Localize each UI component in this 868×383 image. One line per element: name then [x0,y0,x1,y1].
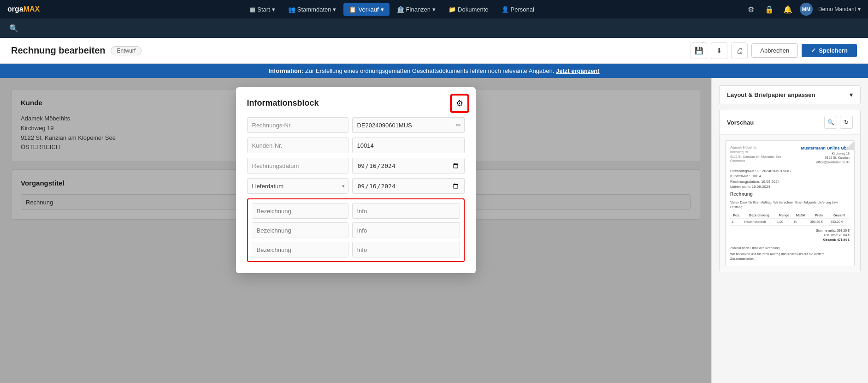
informationsblock-modal: Informationsblock ⚙ ✏ [236,87,476,273]
rechnungs-nr-value-cell: ✏ [352,117,465,133]
nav-start[interactable]: ▦ Start ▾ [244,3,280,16]
preview-actions: 🔍 ↻ [824,116,853,129]
rechnungs-nr-value-input[interactable] [352,117,465,133]
right-panel: Layout & Briefpapier anpassen ▾ Vorschau… [711,78,868,383]
lieferdatum-label-cell: Lieferdatum ▾ [247,178,348,194]
main-layout: Kunde Adamek Möbelhits Kirchweg 19 9122 … [0,78,868,383]
demo-mandant-chevron-icon: ▾ [858,6,861,12]
brand-logo: orga MAX [7,5,40,13]
custom-info-input-1[interactable] [352,203,460,219]
kunden-nr-label-input[interactable] [247,138,348,153]
rechnungsdatum-label-input[interactable] [247,158,348,174]
nav-finanzen[interactable]: 🏦 Finanzen ▾ [391,3,441,16]
nav-personal[interactable]: 👤 Personal [496,3,540,16]
custom-info-input-2[interactable] [352,222,460,238]
stammdaten-chevron-icon: ▾ [333,6,336,13]
custom-fields-section [247,198,465,262]
nav-stammdaten[interactable]: 👥 Stammdaten ▾ [283,3,342,16]
download-icon: ⬇ [716,47,722,55]
page-title-area: Rechnung bearbeiten Entwurf [11,45,142,56]
custom-info-cell-2 [352,222,460,238]
custom-info-cell-1 [352,203,460,219]
mini-doc: Adamek MöbelhitsKirchweg 199122 St. Kanz… [725,140,855,266]
download-button[interactable]: ⬇ [711,42,727,59]
custom-bezeichnung-input-3[interactable] [252,242,348,257]
custom-bezeichnung-input-1[interactable] [252,203,348,219]
cancel-button[interactable]: Abbrechen [751,43,798,58]
preview-header: Vorschau 🔍 ↻ [720,110,860,135]
preview-title: Vorschau [727,119,754,126]
preview-refresh-button[interactable]: ↻ [840,116,853,129]
kunden-nr-label-cell [247,138,348,153]
info-banner-link[interactable]: Jetzt ergänzen! [556,67,600,74]
stammdaten-icon: 👥 [288,6,295,13]
lieferdatum-label-select[interactable]: Lieferdatum [247,178,348,194]
save-file-icon: 💾 [695,47,703,55]
zoom-icon: 🔍 [827,119,834,126]
kunden-nr-value-cell [352,138,465,153]
save-file-button[interactable]: 💾 [691,42,707,59]
left-panel: Kunde Adamek Möbelhits Kirchweg 19 9122 … [0,78,711,383]
custom-field-row-3 [252,242,460,257]
settings-icon[interactable]: ⚙ [744,3,757,16]
navbar: orga MAX ▦ Start ▾ 👥 Stammdaten ▾ 📋 Verk… [0,0,868,18]
mini-table-row: 1.Haselnussfisch1,00H.393,20 €393,20 € [730,219,850,226]
rechnungs-nr-label-input[interactable] [247,117,348,133]
rechnungs-nr-edit-icon[interactable]: ✏ [456,122,461,129]
search-bar: 🔍 [0,18,868,38]
lieferdatum-input[interactable] [352,178,465,194]
nav-verkauf[interactable]: 📋 Verkauf ▾ [343,3,389,16]
start-icon: ▦ [250,6,255,13]
start-chevron-icon: ▾ [272,6,275,13]
rechnungsdatum-row [247,158,465,174]
preview-content: Adamek MöbelhitsKirchweg 199122 St. Kanz… [720,135,860,272]
modal-gear-button[interactable]: ⚙ [451,95,468,112]
custom-bezeichnung-cell-2 [252,222,348,238]
personal-icon: 👤 [502,6,509,13]
mini-preview-table: Pos.BezeichnungMengeMaßktPreisGesamt 1.H… [730,212,850,226]
verkauf-chevron-icon: ▾ [381,6,384,13]
rechnungsdatum-label-cell [247,158,348,174]
page-title: Rechnung bearbeiten [11,45,105,56]
header-actions: 💾 ⬇ 🖨 Abbrechen ✓ Speichern [691,42,857,59]
bell-icon[interactable]: 🔔 [781,3,794,16]
refresh-icon: ↻ [844,119,849,126]
verkauf-icon: 📋 [349,6,356,13]
main-nav: ▦ Start ▾ 👥 Stammdaten ▾ 📋 Verkauf ▾ 🏦 F… [244,3,540,16]
avatar[interactable]: MM [800,3,813,16]
custom-field-row-2 [252,222,460,238]
lieferdatum-row: Lieferdatum ▾ [247,178,465,194]
preview-section: Vorschau 🔍 ↻ Adamek MöbelhitsKir [719,110,861,272]
kunden-nr-value-input[interactable] [352,138,465,153]
brand-orga: orga [7,5,24,13]
print-button[interactable]: 🖨 [731,42,748,59]
custom-bezeichnung-cell-3 [252,242,348,257]
dokumente-icon: 📁 [449,6,456,13]
rechnungsdatum-input[interactable] [352,158,465,174]
finanzen-icon: 🏦 [397,6,404,13]
custom-info-input-3[interactable] [352,242,460,257]
custom-bezeichnung-input-2[interactable] [252,222,348,238]
demo-mandant[interactable]: Demo Mandant ▾ [818,6,861,12]
save-button[interactable]: ✓ Speichern [802,44,857,57]
custom-bezeichnung-cell-1 [252,203,348,219]
mini-doc-title: Rechnung [730,191,850,197]
lock-icon[interactable]: 🔒 [763,3,776,16]
layout-section: Layout & Briefpapier anpassen ▾ [719,85,861,104]
layout-section-header[interactable]: Layout & Briefpapier anpassen ▾ [720,86,860,104]
brand-max: MAX [24,5,40,13]
print-icon: 🖨 [736,47,743,54]
search-icon[interactable]: 🔍 [9,24,18,33]
layout-section-label: Layout & Briefpapier anpassen [727,91,815,98]
lieferdatum-select-wrapper: Lieferdatum ▾ [247,178,348,194]
modal-overlay: Informationsblock ⚙ ✏ [0,78,711,383]
layout-section-chevron-icon: ▾ [850,91,853,98]
custom-field-row-1 [252,203,460,219]
nav-dokumente[interactable]: 📁 Dokumente [443,3,494,16]
save-check-icon: ✓ [811,47,816,54]
rechnungs-nr-label-cell [247,117,348,133]
gear-icon: ⚙ [456,98,463,108]
preview-zoom-button[interactable]: 🔍 [824,116,837,129]
rechnungs-nr-row: ✏ [247,117,465,133]
info-banner-prefix: Information: [268,67,303,74]
